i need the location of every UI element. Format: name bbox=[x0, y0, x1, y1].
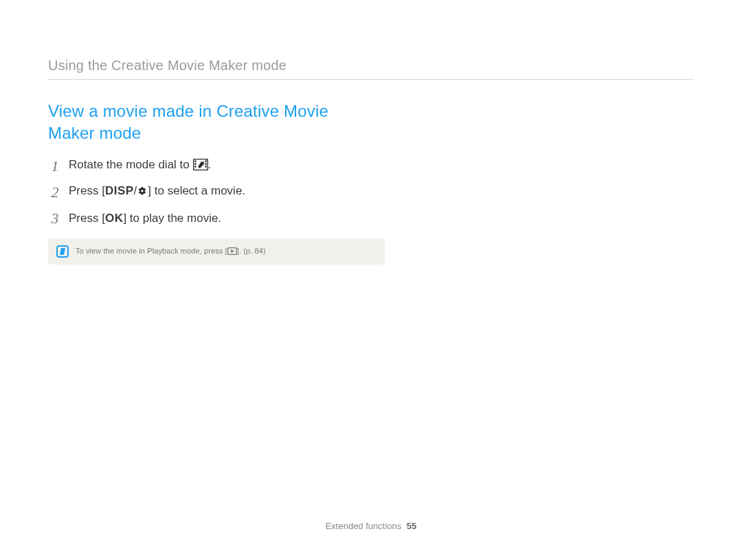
step-row: 2 Press [DISP/ ] to select a movie. bbox=[48, 183, 694, 201]
note-box: To view the movie in Playback mode, pres… bbox=[48, 238, 385, 265]
note-text-segment: ]. (p. 84) bbox=[237, 247, 266, 255]
step-text-segment: . bbox=[208, 158, 212, 171]
svg-rect-3 bbox=[194, 166, 196, 168]
note-text-segment: To view the movie in Playback mode, pres… bbox=[76, 247, 227, 255]
step-number: 1 bbox=[48, 157, 62, 175]
step-text-segment: Rotate the mode dial to bbox=[69, 158, 193, 171]
step-text-segment: ] to play the movie. bbox=[123, 212, 221, 225]
page-header-title: Using the Creative Movie Maker mode bbox=[48, 58, 694, 80]
page-footer: Extended functions 55 bbox=[0, 521, 742, 531]
film-edit-icon bbox=[193, 159, 208, 174]
section-heading: View a movie made in Creative Movie Make… bbox=[48, 100, 378, 145]
step-number: 2 bbox=[48, 183, 62, 201]
step-list: 1 Rotate the mode dial to . bbox=[48, 157, 694, 227]
disp-button-label: DISP bbox=[105, 184, 134, 197]
macro-flower-icon bbox=[137, 186, 148, 200]
step-text-segment: Press [ bbox=[69, 212, 105, 225]
step-text-segment: ] to select a movie. bbox=[148, 184, 245, 197]
svg-point-7 bbox=[142, 190, 144, 192]
svg-rect-4 bbox=[205, 161, 206, 163]
step-text: Press [OK] to play the movie. bbox=[69, 212, 221, 225]
svg-rect-2 bbox=[194, 163, 196, 165]
step-text: Press [DISP/ ] to select a movie. bbox=[69, 184, 245, 200]
note-text: To view the movie in Playback mode, pres… bbox=[76, 247, 266, 256]
page-container: Using the Creative Movie Maker mode View… bbox=[0, 0, 742, 560]
svg-rect-5 bbox=[205, 163, 206, 165]
step-row: 1 Rotate the mode dial to . bbox=[48, 157, 694, 175]
step-number: 3 bbox=[48, 210, 62, 227]
ok-button-label: OK bbox=[105, 212, 124, 225]
step-row: 3 Press [OK] to play the movie. bbox=[48, 210, 694, 227]
svg-rect-1 bbox=[194, 161, 196, 163]
playback-icon bbox=[227, 247, 237, 256]
svg-rect-6 bbox=[205, 166, 206, 168]
svg-marker-9 bbox=[231, 249, 234, 253]
footer-section-label: Extended functions bbox=[326, 521, 402, 531]
step-text-segment: Press [ bbox=[69, 184, 105, 197]
footer-page-number: 55 bbox=[407, 521, 416, 531]
note-icon bbox=[56, 245, 69, 258]
step-text: Rotate the mode dial to . bbox=[69, 158, 211, 174]
